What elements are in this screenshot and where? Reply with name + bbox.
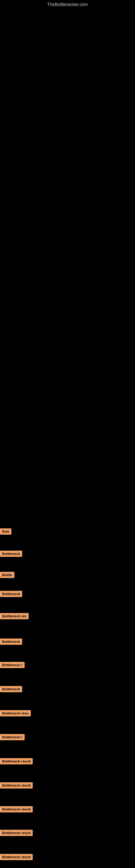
bottleneck-result-badge[interactable]: Bottleneck [0, 591, 22, 597]
bottleneck-badge-row: Bottleneck r [0, 662, 25, 669]
bottleneck-result-badge[interactable]: Bott [0, 528, 11, 535]
bottleneck-badge-row: Bottleneck [0, 551, 22, 558]
bottleneck-badge-row: Bottleneck result [0, 758, 33, 766]
bottleneck-badge-row: Bottleneck result [0, 806, 33, 813]
bottleneck-badge-row: Bottleneck [0, 686, 22, 693]
bottleneck-result-badge[interactable]: Bottleneck result [0, 830, 33, 836]
bottleneck-result-badge[interactable]: Bottleneck [0, 639, 22, 645]
bottleneck-badge-row: Bottleneck result [0, 782, 33, 789]
bottleneck-result-badge[interactable]: Bottleneck result [0, 782, 33, 788]
bottleneck-badge-row: Bottle [0, 572, 14, 579]
bottleneck-result-badge[interactable]: Bottleneck result [0, 806, 33, 812]
bottleneck-badge-row: Bottleneck res [0, 613, 29, 620]
bottleneck-badge-row: Bottleneck [0, 591, 22, 598]
bottleneck-badge-row: Bottleneck [0, 639, 22, 646]
bottleneck-badge-row: Bottleneck result [0, 854, 33, 861]
bottleneck-result-badge[interactable]: Bottleneck [0, 551, 22, 557]
chart-area [0, 8, 135, 524]
bottleneck-result-badge[interactable]: Bottleneck res [0, 613, 29, 619]
bottleneck-result-badge[interactable]: Bottleneck result [0, 758, 33, 764]
bottleneck-badge-row: Bott [0, 528, 11, 536]
bottleneck-result-badge[interactable]: Bottleneck result [0, 854, 33, 860]
bottleneck-badge-row: Bottleneck resu [0, 710, 31, 717]
bottleneck-result-badge[interactable]: Bottleneck [0, 686, 22, 692]
bottleneck-result-badge[interactable]: Bottle [0, 572, 14, 578]
bottleneck-badge-row: Bottleneck result [0, 830, 33, 837]
bottleneck-badge-row: Bottleneck r [0, 734, 25, 741]
site-title: TheBottlenecker.com [0, 0, 135, 8]
bottleneck-result-badge[interactable]: Bottleneck r [0, 662, 25, 668]
bottleneck-result-badge[interactable]: Bottleneck r [0, 734, 25, 740]
bottleneck-result-badge[interactable]: Bottleneck resu [0, 710, 31, 716]
